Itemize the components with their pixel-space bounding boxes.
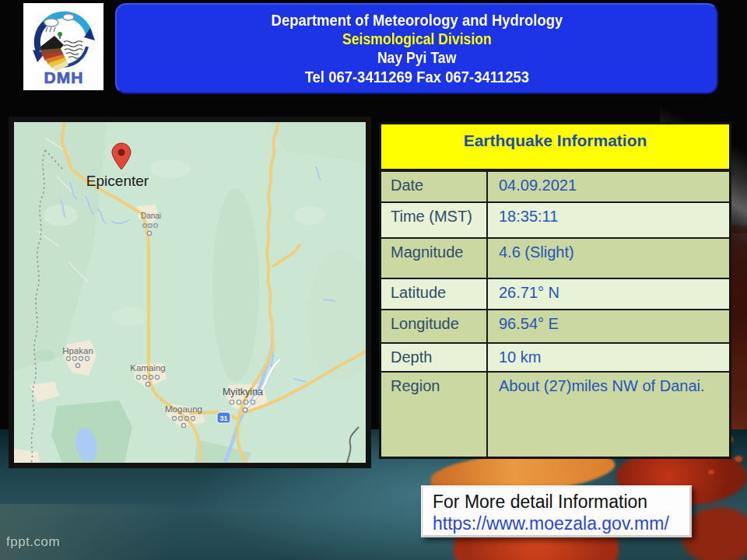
rain-icon [46,27,55,32]
table-row-time: Time (MST) 18:35:11 [381,201,729,237]
banner-phone-line: Tel 067-3411269 Fax 067-3411253 [117,68,717,85]
row-label: Latitude [381,279,488,309]
row-value: 18:35:11 [488,203,729,237]
slide: DMH Department of Meteorology and Hydrol… [0,0,747,560]
epicenter-label: Epicenter [86,173,149,189]
banner-city-line: Nay Pyi Taw [117,50,717,65]
banner-division-line: Seismological Division [117,31,717,47]
row-label: Magnitude [381,239,488,278]
earthquake-info-table: Earthquake Information Date 04.09.2021 T… [379,122,731,459]
table-row-region: Region About (27)miles NW of Danai. [381,371,729,457]
map-label-hpakan: Hpakan [62,346,93,355]
row-label: Date [381,172,488,201]
water-waves-icon [64,41,82,59]
map-label-kamaing: Kamaing [130,363,165,373]
fppt-watermark: fppt.com [6,534,60,550]
table-row-latitude: Latitude 26.71° N [381,278,729,309]
map-label-myitkyina: Myitkyina [223,387,263,397]
row-label: Depth [381,344,488,371]
map-label-danai: Danai [141,212,161,220]
table-row-depth: Depth 10 km [381,342,729,371]
row-label: Time (MST) [381,203,488,237]
row-value: 26.71° N [488,279,729,309]
row-value: About (27)miles NW of Danai. [488,373,729,457]
row-value: 4.6 (Slight) [488,239,729,278]
background-teal-left [0,504,218,560]
row-label: Longitude [381,310,488,342]
table-row-magnitude: Magnitude 4.6 (Slight) [381,237,729,278]
dmh-logo-graphic: DMH [28,6,100,87]
epicenter-map: 31 Danai Hpakan Kamaing [9,117,371,468]
row-value: 96.54° E [488,310,729,342]
row-value: 04.09.2021 [488,172,729,201]
more-info-text: For More detail Information [433,491,682,513]
header-banner: Department of Meteorology and Hydrology … [115,3,718,94]
map-graphic: 31 Danai Hpakan Kamaing [14,122,366,463]
row-label: Region [381,373,488,457]
map-road-badge: 31 [217,412,230,423]
table-title: Earthquake Information [381,124,729,170]
dmh-logo-text: DMH [44,68,83,86]
background-red-speck [708,470,714,474]
svg-text:31: 31 [219,415,227,422]
dmh-logo: DMH [23,3,103,90]
map-label-mogaung: Mogaung [165,404,202,414]
table-row-date: Date 04.09.2021 [381,170,729,201]
banner-department-line: Department of Meteorology and Hydrology [117,12,717,28]
background-red-speck [735,456,742,462]
more-info-box: For More detail Information https://www.… [421,485,692,537]
more-info-link[interactable]: https://www.moezala.gov.mm/ [433,513,682,534]
row-value: 10 km [488,344,729,371]
table-row-longitude: Longitude 96.54° E [381,309,729,342]
mountain-strata-icon [40,36,68,72]
